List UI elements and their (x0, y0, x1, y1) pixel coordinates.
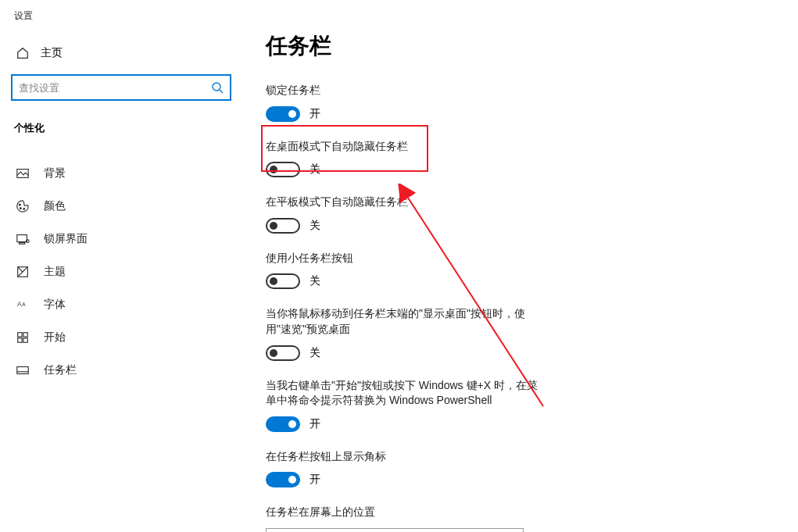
setting-auto-hide-tablet: 在平板模式下自动隐藏任务栏 关 (266, 195, 547, 234)
setting-label: 锁定任务栏 (266, 83, 547, 98)
svg-rect-13 (23, 333, 27, 337)
setting-label: 使用小任务栏按钮 (266, 251, 547, 266)
content-pane: 任务栏 锁定任务栏 开 在桌面模式下自动隐藏任务栏 关 在平板模式下自动隐藏任务… (242, 0, 798, 532)
setting-label: 当我右键单击"开始"按钮或按下 Windows 键+X 时，在菜单中将命令提示符… (266, 378, 547, 409)
toggle-small-buttons[interactable] (266, 273, 300, 289)
toggle-state: 开 (310, 473, 320, 487)
svg-text:A: A (22, 302, 26, 307)
setting-peek-desktop: 当你将鼠标移动到任务栏末端的"显示桌面"按钮时，使用"速览"预览桌面 关 (266, 306, 547, 360)
setting-label: 在桌面模式下自动隐藏任务栏 (266, 139, 547, 155)
page-title: 任务栏 (266, 31, 775, 61)
nav-label: 任务栏 (44, 363, 77, 377)
nav-home[interactable]: 主页 (11, 40, 231, 66)
nav-label: 主题 (44, 265, 66, 279)
nav-item-fonts[interactable]: A A 字体 (11, 288, 231, 321)
toggle-state: 关 (310, 219, 320, 233)
toggle-powershell[interactable] (266, 416, 300, 432)
toggle-auto-hide-desktop[interactable] (266, 162, 300, 177)
svg-rect-6 (17, 235, 27, 242)
nav-label: 开始 (44, 330, 66, 345)
toggle-state: 开 (310, 417, 320, 431)
toggle-state: 关 (310, 274, 320, 288)
setting-small-buttons: 使用小任务栏按钮 关 (266, 251, 547, 290)
toggle-auto-hide-tablet[interactable] (266, 218, 300, 234)
setting-label: 在任务栏按钮上显示角标 (266, 449, 547, 465)
themes-icon (16, 265, 30, 279)
svg-point-0 (213, 83, 220, 91)
search-icon (211, 81, 224, 94)
svg-point-4 (20, 208, 21, 209)
setting-powershell: 当我右键单击"开始"按钮或按下 Windows 键+X 时，在菜单中将命令提示符… (266, 378, 547, 432)
setting-auto-hide-desktop: 在桌面模式下自动隐藏任务栏 关 (266, 139, 547, 178)
home-icon (16, 46, 30, 60)
setting-label: 任务栏在屏幕上的位置 (266, 505, 547, 520)
toggle-show-badges[interactable] (266, 472, 300, 487)
svg-rect-7 (20, 243, 25, 245)
nav-label: 字体 (44, 298, 66, 312)
setting-label: 在平板模式下自动隐藏任务栏 (266, 195, 547, 210)
toggle-lock-taskbar[interactable] (266, 106, 300, 122)
nav-label: 锁屏界面 (44, 232, 88, 246)
nav-item-background[interactable]: 背景 (11, 157, 231, 190)
toggle-peek-desktop[interactable] (266, 345, 300, 361)
svg-rect-14 (18, 338, 22, 342)
svg-rect-12 (18, 333, 22, 337)
setting-label: 当你将鼠标移动到任务栏末端的"显示桌面"按钮时，使用"速览"预览桌面 (266, 306, 547, 337)
image-icon (16, 166, 30, 180)
nav-list: 背景 颜色 锁屏界面 主 (11, 157, 231, 387)
app-title: 设置 (11, 9, 231, 23)
svg-text:A: A (17, 300, 22, 308)
setting-position: 任务栏在屏幕上的位置 底部 (266, 505, 547, 532)
svg-line-1 (220, 90, 223, 93)
toggle-state: 开 (310, 107, 320, 121)
svg-point-8 (27, 240, 30, 243)
nav-label: 背景 (44, 166, 66, 180)
nav-item-lockscreen[interactable]: 锁屏界面 (11, 223, 231, 255)
category-title: 个性化 (11, 121, 231, 135)
nav-item-colors[interactable]: 颜色 (11, 190, 231, 223)
fonts-icon: A A (16, 298, 30, 312)
sidebar: 设置 主页 个性化 背景 (0, 0, 242, 532)
svg-rect-16 (17, 367, 28, 374)
nav-item-start[interactable]: 开始 (11, 321, 231, 354)
lockscreen-icon (16, 232, 30, 246)
nav-label: 颜色 (44, 199, 66, 213)
search-input[interactable] (19, 82, 211, 94)
select-position[interactable]: 底部 (266, 528, 524, 532)
svg-point-3 (20, 204, 21, 205)
taskbar-icon (16, 363, 30, 377)
setting-show-badges: 在任务栏按钮上显示角标 开 (266, 449, 547, 488)
nav-item-themes[interactable]: 主题 (11, 255, 231, 288)
start-icon (16, 330, 30, 345)
nav-item-taskbar[interactable]: 任务栏 (11, 354, 231, 387)
search-box[interactable] (11, 74, 231, 101)
svg-rect-15 (23, 338, 27, 342)
setting-lock-taskbar: 锁定任务栏 开 (266, 83, 547, 122)
svg-point-5 (23, 209, 25, 210)
toggle-state: 关 (310, 162, 320, 177)
toggle-state: 关 (310, 346, 320, 360)
palette-icon (16, 199, 30, 213)
nav-home-label: 主页 (41, 46, 63, 60)
